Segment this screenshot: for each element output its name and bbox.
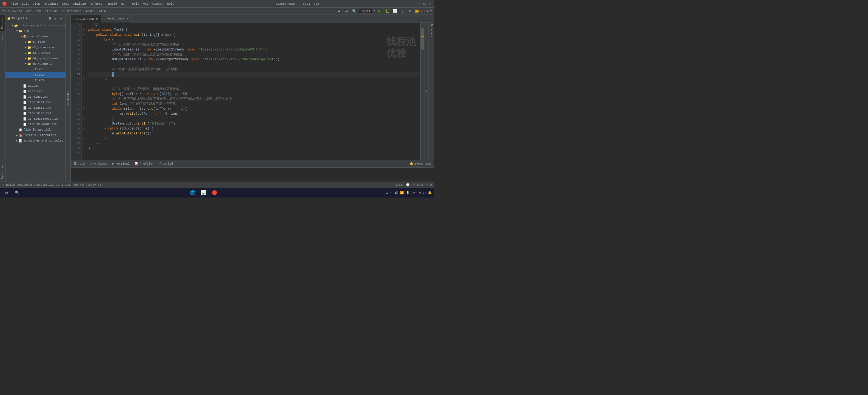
breadcrumb-item-src[interactable]: src [26,9,32,13]
tree-item-src[interactable]: ▼ 📂 src [5,28,70,34]
tree-item-aa-txt[interactable]: 📄 aa.txt [5,83,70,89]
tree-item-itheima02-txt[interactable]: 📄 itheima02.txt [5,105,70,111]
tab-close-test2[interactable]: ✕ [125,17,129,21]
breadcrumb-item-test3[interactable]: Test3 [86,9,95,13]
fold-button-12[interactable] [82,47,86,52]
fold-button-9[interactable]: ▼ [82,32,86,37]
project-title[interactable]: 📁 Project ▼ [7,17,27,20]
tree-item-d4bytestream[interactable]: ▶ 📁 d4_byte_stream [5,56,70,61]
fold-button-17[interactable] [82,72,86,77]
tree-item-scratches[interactable]: ▶ 📝 Scratches and Consoles [5,138,70,143]
menu-refactor[interactable]: Refactor [88,2,106,6]
forward-button[interactable]: ◀ [344,8,350,14]
fold-button-21[interactable] [82,92,86,96]
bottom-tab-profiler[interactable]: 📊 Profiler [132,161,156,166]
menu-code[interactable]: Code [61,2,71,6]
menu-navigate[interactable]: Navigate [42,2,60,6]
menu-view[interactable]: View [31,2,42,6]
tree-item-com-itheima[interactable]: ▼ 📦 com.itheima [5,34,70,39]
cursor-position[interactable]: 17:17 [395,183,404,187]
fold-button-29[interactable] [82,131,86,136]
settings-icon[interactable]: ⚙ [430,183,432,187]
fold-button-11[interactable] [82,42,86,47]
gear-icon[interactable]: ⚙ [58,16,63,21]
indent-indicator[interactable]: 4 [426,183,428,187]
tree-item-itheima-txt[interactable]: 📄 itheima.txt [5,94,70,100]
bottom-tab-todo[interactable]: ☰ TODO [72,161,87,166]
fold-button-24[interactable]: ▼ [82,107,86,111]
close-button[interactable]: ✕ [428,2,432,6]
right-panel-collapse[interactable]: › [424,23,429,160]
run-config-name[interactable]: Test1 [359,9,373,14]
fold-button-15[interactable] [82,62,86,67]
tree-item-test3[interactable]: ☕ Test3 [5,78,70,83]
breadcrumb-item-com[interactable]: com [36,9,41,13]
menu-help[interactable]: Help [165,2,176,6]
fold-button-26[interactable]: ▼ [82,116,86,121]
tree-item-d3charset[interactable]: ▶ 📁 d3_charset [5,50,70,56]
run-config-selector[interactable]: Test1 ▼ [359,9,375,14]
fold-button-18[interactable]: ▼ [82,77,86,82]
menu-window[interactable]: Window [151,2,165,6]
encoding-indicator[interactable]: 🕐 [406,183,410,187]
structure-side-tab[interactable]: Structure [65,15,70,181]
fold-button-31[interactable]: ▼ [82,141,86,146]
taskbar-browser-icon[interactable]: 🌐 [188,189,197,197]
fold-button-28[interactable]: ▼ [82,126,86,131]
fold-button-27[interactable] [82,121,86,126]
warning-indicator[interactable]: 1 ✕ 2 ▲ ▼ [415,9,432,13]
taskbar-powerpoint-icon[interactable]: 📊 [199,189,208,197]
menu-build[interactable]: Build [106,2,119,6]
fold-button-10[interactable] [82,37,86,42]
nav-down-icon[interactable]: ▼ [430,9,432,12]
locate-file-button[interactable]: ◎ [53,16,58,21]
fold-button-20[interactable] [82,87,86,92]
fold-button-32[interactable]: ▼ [82,146,86,151]
menu-run[interactable]: Run [119,2,128,6]
database-tab-label[interactable]: Database [429,23,433,39]
tab-test2-java[interactable]: ☕ Test2.java ✕ [101,15,132,23]
menu-file[interactable]: File [9,2,20,6]
code-editor[interactable]: */ public class Test3 { public static vo… [86,23,420,160]
tree-item-d2recursion[interactable]: ▶ 📁 d2_recursion [5,45,70,50]
minimize-button[interactable]: ─ [417,2,421,6]
project-dropdown-icon[interactable]: ▼ [26,17,27,20]
fold-button-13[interactable] [82,52,86,57]
fold-button-33[interactable] [82,151,86,156]
menu-tools[interactable]: Tools [128,2,141,6]
tab-close-test3[interactable]: ✕ [95,17,99,21]
menu-edit[interactable]: Edit [20,2,30,6]
fold-button-8[interactable]: ▼ [82,27,86,32]
taskbar-search[interactable]: 🔍 [12,189,21,197]
collapse-all-button[interactable]: ☰ [48,16,52,21]
maximize-button[interactable]: □ [423,2,426,6]
breadcrumb-item-itheima[interactable]: itheima [45,9,58,13]
bottom-tab-problems[interactable]: ⚠ Problems [88,161,109,166]
fold-button-23[interactable] [82,102,86,107]
taskbar-windows-icon[interactable]: ⊞ [2,189,11,197]
tab-test3-java[interactable]: ☕ Test3.java ✕ [71,15,101,23]
menu-analyze[interactable]: Analyze [71,2,87,6]
bottom-tab-terminal[interactable]: ▶ Terminal [110,161,132,166]
fold-button-16[interactable] [82,67,86,72]
tree-item-itheima04out-txt[interactable]: 📄 itheima04out.txt [5,121,70,127]
breadcrumb-item-main[interactable]: main [99,9,106,13]
run-button[interactable]: ▶ [376,8,382,14]
breadcrumb-item-fileioapp[interactable]: file-io-app [2,9,22,13]
tree-item-d5resource[interactable]: ▼ 📂 d5_resource [5,61,70,67]
bottom-tab-build[interactable]: 🔨 Build [157,161,175,166]
line-separator[interactable]: CRLF [417,183,424,187]
tree-item-iml[interactable]: 📋 file-io-app.iml [5,127,70,133]
encoding-type[interactable]: 中 [412,183,415,187]
settings-button[interactable]: ⚙ [407,8,413,14]
tree-item-itheima01-txt[interactable]: 📄 itheima01.txt [5,100,70,105]
favorites-tab[interactable]: Favorites [0,162,5,181]
fold-button-30[interactable]: ▼ [82,136,86,141]
fold-button-14[interactable] [82,57,86,62]
taskbar-intellij-icon[interactable]: 🔴 [210,189,219,197]
learn-tab[interactable]: Learn [0,31,5,44]
more-run-button[interactable]: ⋮ [400,8,405,14]
tree-item-itheima03copy-txt[interactable]: 📄 itheima03copy.txt [5,116,70,121]
notification-icon[interactable]: 🔔 [428,191,432,195]
coverage-button[interactable]: 📊 [392,8,398,14]
